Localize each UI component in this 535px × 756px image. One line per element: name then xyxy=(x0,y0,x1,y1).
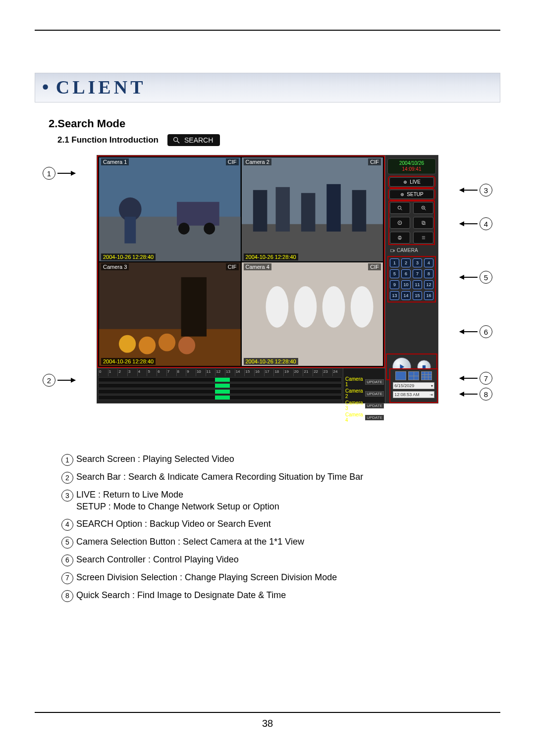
update-button[interactable]: UPDATE xyxy=(365,415,384,420)
layout-icons xyxy=(395,371,432,380)
camera-select-button[interactable]: 7 xyxy=(413,269,422,278)
clock-time: 14:09:41 xyxy=(390,166,433,172)
timeline-row xyxy=(98,377,342,382)
description-text: Search Screen : Playing Selected Video xyxy=(76,453,234,466)
camera-section-text: CAMERA xyxy=(397,248,418,253)
description-item: 3LIVE : Return to Live Mode SETUP : Mode… xyxy=(61,489,500,513)
svg-rect-11 xyxy=(253,190,267,232)
description-item: 5Camera Selection Button : Select Camera… xyxy=(61,536,500,549)
description-text: SEARCH Option : Backup Video or Search E… xyxy=(76,518,271,531)
copy-button[interactable] xyxy=(413,217,433,229)
svg-point-31 xyxy=(402,194,403,195)
svg-point-19 xyxy=(139,336,156,354)
camera-list-item: Camera 3UPDATE xyxy=(345,400,384,411)
description-number: 5 xyxy=(61,537,73,549)
update-button[interactable]: UPDATE xyxy=(365,391,384,397)
callout-8-num: 8 xyxy=(480,388,492,401)
camera-select-button[interactable]: 15 xyxy=(413,291,422,300)
svg-rect-14 xyxy=(326,184,341,232)
camera-section-label: CAMERA xyxy=(390,248,433,253)
camera-select-button[interactable]: 6 xyxy=(401,269,411,278)
timeline-area: 0123456789101112131415161718192021222324… xyxy=(97,368,385,403)
setup-button[interactable]: SETUP xyxy=(389,190,434,199)
print-button[interactable] xyxy=(390,232,410,244)
update-button[interactable]: UPDATE xyxy=(365,379,384,385)
description-item: 1Search Screen : Playing Selected Video xyxy=(61,453,500,466)
update-button[interactable]: UPDATE xyxy=(365,403,384,408)
svg-point-21 xyxy=(178,336,195,354)
hour-tick: 15 xyxy=(244,369,254,376)
top-rule xyxy=(35,30,500,31)
backup-button[interactable] xyxy=(390,217,410,229)
camera-1-timestamp: 2004-10-26 12:28:40 xyxy=(101,253,156,260)
subsubsection-row: 2.1 Function Introduction SEARCH xyxy=(57,134,500,146)
svg-rect-15 xyxy=(352,190,366,232)
camera-cell-4[interactable]: Camera 4 CIF 2004-10-26 12:28:40 xyxy=(242,262,383,366)
layout-2x2-button[interactable] xyxy=(408,371,419,380)
hour-tick: 21 xyxy=(303,369,313,376)
camera-cell-1[interactable]: Camera 1 CIF 2004-10-26 12:28:40 xyxy=(99,157,241,261)
camera-1-cif: CIF xyxy=(226,158,239,165)
bottom-right-panel: 6/15/2029 ▾ 12:08:53 AM ⇥ xyxy=(389,368,438,403)
page-number: 38 xyxy=(262,718,273,729)
list-icon xyxy=(421,235,426,240)
camera-2-cif: CIF xyxy=(368,158,381,165)
camera-select-button[interactable]: 14 xyxy=(401,291,411,300)
layout-3x3-button[interactable] xyxy=(421,371,432,380)
camera-select-button[interactable]: 3 xyxy=(413,258,422,267)
camera-list-name: Camera 3 xyxy=(345,400,365,411)
gear-icon xyxy=(400,192,405,197)
callout-2-num: 2 xyxy=(43,374,55,387)
description-item: 2Search Bar : Search & Indicate Camera R… xyxy=(61,471,500,484)
svg-rect-48 xyxy=(390,250,393,252)
dvr-screenshot: Camera 1 CIF 2004-10-26 12:28:40 xyxy=(97,155,438,403)
camera-select-button[interactable]: 2 xyxy=(401,258,411,267)
subsubsection-heading: 2.1 Function Introduction xyxy=(57,135,159,145)
live-button[interactable]: LIVE xyxy=(389,177,434,187)
camera-select-button[interactable]: 9 xyxy=(390,280,399,289)
svg-rect-8 xyxy=(124,217,136,244)
camera-4-cif: CIF xyxy=(368,263,381,270)
camera-name-list: Camera 1UPDATECamera 2UPDATECamera 3UPDA… xyxy=(343,368,385,403)
zoom-out-button[interactable] xyxy=(390,202,410,214)
hour-tick: 10 xyxy=(196,369,206,376)
hour-tick: 3 xyxy=(127,369,137,376)
timeline-rows xyxy=(98,377,342,400)
layout-1x1-button[interactable] xyxy=(395,371,406,380)
video-area: Camera 1 CIF 2004-10-26 12:28:40 xyxy=(97,155,385,403)
camera-select-button[interactable]: 10 xyxy=(401,280,411,289)
zoom-in-button[interactable] xyxy=(413,202,433,214)
camera-select-button[interactable]: 16 xyxy=(424,291,433,300)
camera-2-label: Camera 2 xyxy=(244,158,271,165)
timeline-row xyxy=(98,389,342,394)
hour-tick: 18 xyxy=(273,369,283,376)
camera-2-scene xyxy=(242,157,383,261)
camera-select-button[interactable]: 5 xyxy=(390,269,399,278)
svg-point-29 xyxy=(405,182,406,183)
camera-select-button[interactable]: 12 xyxy=(424,280,433,289)
camera-4-label: Camera 4 xyxy=(244,263,271,270)
quick-search-time-value: 12:08:53 AM xyxy=(394,392,420,397)
camera-1-label: Camera 1 xyxy=(101,158,129,165)
hour-tick: 16 xyxy=(254,369,264,376)
camera-cell-2[interactable]: Camera 2 CIF 2004-10-26 12:28:40 xyxy=(242,157,383,261)
svg-line-33 xyxy=(401,209,402,210)
camera-list-item: Camera 4UPDATE xyxy=(345,412,384,423)
description-text: Camera Selection Button : Select Camera … xyxy=(76,536,304,549)
callout-4: 4 xyxy=(460,217,492,230)
camera-select-button[interactable]: 11 xyxy=(413,280,422,289)
camera-select-button[interactable]: 1 xyxy=(390,258,399,267)
callout-2: 2 xyxy=(43,374,75,387)
hour-tick: 17 xyxy=(264,369,274,376)
timeline-ruler[interactable]: 0123456789101112131415161718192021222324 xyxy=(97,368,343,403)
clock-date: 2004/10/26 xyxy=(390,160,433,166)
camera-select-button[interactable]: 13 xyxy=(390,291,399,300)
camera-select-button[interactable]: 4 xyxy=(424,258,433,267)
camera-select-button[interactable]: 8 xyxy=(424,269,433,278)
description-number: 4 xyxy=(61,519,73,531)
quick-search-time[interactable]: 12:08:53 AM ⇥ xyxy=(393,391,434,398)
event-button[interactable] xyxy=(413,232,433,244)
camera-cell-3[interactable]: Camera 3 CIF 2004-10-26 12:28:40 xyxy=(99,262,241,366)
quick-search-date[interactable]: 6/15/2029 ▾ xyxy=(393,382,434,389)
svg-rect-22 xyxy=(181,277,207,336)
